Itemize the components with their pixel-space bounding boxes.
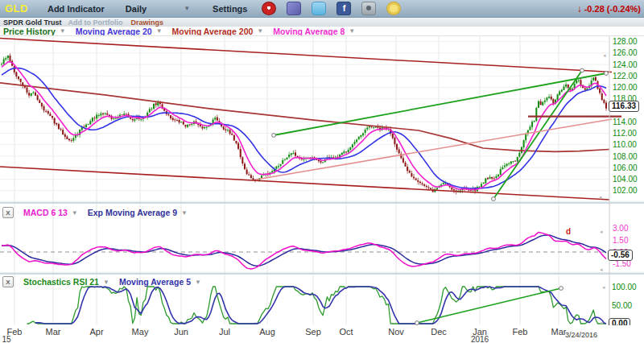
macd-signal-dropdown[interactable]: Exp Moving Average 9 <box>88 208 177 217</box>
price-change: -0.28 (-0.24%) <box>577 3 641 14</box>
ma8-dropdown[interactable]: Moving Average 8 <box>273 27 355 36</box>
close-stoch-button[interactable] <box>2 276 14 287</box>
price-axis-tick: 110.00 <box>613 140 637 149</box>
year-label: 15 <box>2 335 10 343</box>
chevron-down-icon <box>184 5 190 12</box>
axis-adjust-icon: ◂ <box>600 320 603 325</box>
chevron-down-icon <box>349 27 355 35</box>
price-axis-tick: 122.00 <box>613 72 638 81</box>
price-axis-tick: 114.00 <box>613 118 637 126</box>
ma200-label: Moving Average 200 <box>172 27 254 36</box>
last-date-label: 3/24/2016 <box>565 331 597 339</box>
trend-handle[interactable] <box>492 197 496 201</box>
facebook-icon[interactable]: f <box>336 2 351 15</box>
ma20-line <box>2 68 606 188</box>
trend-handle[interactable] <box>605 72 609 76</box>
camera-icon[interactable] <box>361 2 376 15</box>
price-axis-tick: 126.00 <box>613 48 638 57</box>
month-label: Jun <box>174 327 188 337</box>
stoch-axis-tick: 50.00 <box>612 301 632 310</box>
down-arrow-icon <box>577 3 582 14</box>
trend-handle[interactable] <box>559 287 564 291</box>
month-label: Feb <box>513 327 528 337</box>
macd-axis-tick: 3.00 <box>613 224 629 233</box>
symbol-label: GLD <box>0 2 36 14</box>
interval-value: Daily <box>126 4 147 14</box>
axis-adjust-icon: ◂ <box>600 267 603 272</box>
chevron-down-icon <box>156 27 163 35</box>
settings-button[interactable]: Settings <box>213 4 247 14</box>
chevron-down-icon <box>181 209 188 217</box>
current-macd-box: -0.56 <box>608 250 633 261</box>
chevron-down-icon <box>72 209 78 217</box>
x-axis: FebMarAprMayJunJulAugSepOctNovDecJanFebM… <box>0 325 644 343</box>
stoch-label-row: Stochastics RSI 21 Moving Average 5 <box>2 276 201 287</box>
current-price-box: 116.33 <box>609 101 639 112</box>
ma200-dropdown[interactable]: Moving Average 200 <box>172 27 264 36</box>
ma20-dropdown[interactable]: Moving Average 20 <box>76 27 163 36</box>
text-annotation[interactable]: d <box>566 227 571 236</box>
top-toolbar: GLD Add Indicator Daily Settings f -0.28… <box>0 0 644 18</box>
twitter-icon[interactable] <box>312 2 326 15</box>
price-axis-tick: 124.00 <box>613 60 638 69</box>
month-label: Jul <box>219 327 230 337</box>
month-label: Mar <box>551 327 567 337</box>
month-label: Sep <box>305 327 321 337</box>
chevron-down-icon <box>60 27 66 35</box>
charting-app-window: GLD Add Indicator Daily Settings f -0.28… <box>0 0 644 343</box>
add-indicator-button[interactable]: Add Indicator <box>47 4 105 14</box>
ma20-label: Moving Average 20 <box>76 27 152 36</box>
month-label: Mar <box>46 327 61 337</box>
price-axis-tick: 104.00 <box>613 175 638 184</box>
change-text: -0.28 (-0.24%) <box>584 4 641 14</box>
macd-dropdown[interactable]: MACD 6 13 <box>23 208 68 217</box>
stoch-axis-tick: 100.00 <box>612 283 637 291</box>
uptrend-long[interactable] <box>274 73 606 135</box>
stoch-ma-dropdown[interactable]: Moving Average 5 <box>119 277 191 287</box>
stoch-panel <box>27 287 607 324</box>
macd-panel <box>0 232 609 269</box>
price-history-dropdown[interactable]: Price History <box>3 27 66 36</box>
axis-adjust-icon: ◂ <box>600 229 603 234</box>
trend-handle[interactable] <box>272 134 276 138</box>
price-axis-tick: 102.00 <box>613 186 638 195</box>
flower-icon[interactable] <box>386 2 401 15</box>
stoch-dropdown[interactable]: Stochastics RSI 21 <box>23 277 99 287</box>
trend-handle[interactable] <box>415 321 419 325</box>
stoch-line <box>27 287 607 324</box>
alarm-icon[interactable] <box>262 2 276 15</box>
axis-adjust-icon: ◂ <box>602 284 605 290</box>
month-label: May <box>132 327 149 337</box>
drawings-link[interactable]: Drawings <box>131 19 164 27</box>
macd-label-row: MACD 6 13 Exp Moving Average 9 <box>2 207 188 218</box>
month-label: Oct <box>339 327 353 337</box>
macd-axis-tick: 1.50 <box>613 236 629 245</box>
trend-handle[interactable] <box>580 68 584 72</box>
ma200-line <box>0 83 609 151</box>
add-to-portfolio-link[interactable]: Add to Portfolio <box>68 19 123 27</box>
month-label: Apr <box>89 327 103 337</box>
ma8-line <box>2 62 606 190</box>
cube-icon[interactable] <box>287 2 301 15</box>
year-label: 2016 <box>471 335 489 343</box>
close-macd-button[interactable] <box>2 207 14 218</box>
toolbar-icon-group: f <box>262 2 401 15</box>
price-axis-tick: 112.00 <box>613 129 637 138</box>
price-axis-tick: 106.00 <box>613 163 638 172</box>
macd-line <box>2 232 606 269</box>
chevron-down-icon <box>257 27 263 35</box>
chart-canvas[interactable]: d128.00126.00124.00122.00120.00118.00114… <box>0 35 644 343</box>
interval-dropdown[interactable]: Daily <box>126 4 190 14</box>
axis-adjust-icon: ◂ <box>599 194 602 200</box>
month-label: Aug <box>259 327 275 337</box>
chevron-down-icon <box>103 279 109 286</box>
price-indicator-row: Price History Moving Average 20 Moving A… <box>0 27 644 35</box>
month-label: Nov <box>388 327 404 337</box>
chevron-down-icon <box>195 279 201 286</box>
month-label: Dec <box>431 327 447 337</box>
uptrend-steep[interactable] <box>493 71 582 200</box>
stoch-ma-line <box>35 287 606 324</box>
axis-adjust-icon: ◂ <box>603 52 606 58</box>
price-axis-tick: 128.00 <box>613 37 638 46</box>
price-axis-tick: 108.00 <box>613 152 638 161</box>
